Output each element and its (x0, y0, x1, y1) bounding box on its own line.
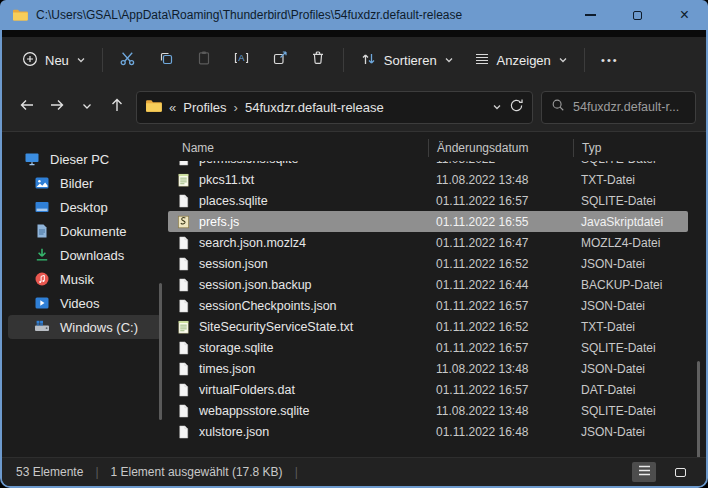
delete-button[interactable] (299, 44, 337, 76)
share-button[interactable] (261, 44, 299, 76)
file-date: 11.08.2022 (428, 161, 573, 166)
file-date: 11.08.2022 13:48 (428, 362, 573, 376)
file-date: 01.11.2022 16:48 (428, 425, 573, 439)
address-bar[interactable]: « Profiles › 54fuxdzr.default-release (136, 91, 533, 124)
file-type: JSON-Datei (573, 299, 688, 313)
view-button[interactable]: Anzeigen (464, 45, 578, 76)
file-row[interactable]: SiteSecurityServiceState.txt01.11.2022 1… (168, 316, 688, 337)
toolbar-divider (584, 48, 585, 72)
file-type: JSON-Datei (573, 257, 688, 271)
sort-button[interactable]: Sortieren (350, 45, 464, 76)
search-input[interactable]: 54fuxdzr.default-r... (573, 100, 679, 114)
maximize-icon (633, 11, 642, 20)
file-row[interactable]: webappsstore.sqlite11.08.2022 13:48SQLIT… (168, 400, 688, 421)
file-type: MOZLZ4-Datei (573, 236, 688, 250)
recent-locations-button[interactable] (72, 92, 102, 122)
file-row[interactable]: session.json.backup01.11.2022 16:44BACKU… (168, 274, 688, 295)
file-name: storage.sqlite (199, 341, 273, 355)
column-headers: Name Änderungsdatum Typ (168, 135, 688, 161)
back-icon (19, 97, 35, 117)
sidebar-item-videos[interactable]: Videos (8, 291, 162, 315)
svg-text:A: A (239, 52, 246, 63)
breadcrumb-collapsed[interactable]: « (169, 100, 176, 115)
maximize-button[interactable] (614, 0, 661, 30)
sidebar-item-desktop[interactable]: Desktop (8, 195, 162, 219)
status-divider: | (295, 465, 298, 479)
window-controls: × (567, 0, 708, 30)
more-icon: ••• (601, 54, 619, 66)
refresh-icon[interactable] (509, 98, 524, 116)
toolbar-divider (102, 48, 103, 72)
search-box[interactable]: 54fuxdzr.default-r... (541, 91, 696, 124)
status-bar: 53 Elemente | 1 Element ausgewählt (17.8… (2, 457, 706, 486)
sidebar-item-drive[interactable]: Windows (C:) (8, 315, 162, 339)
file-date: 01.11.2022 16:47 (428, 236, 573, 250)
file-row[interactable]: places.sqlite01.11.2022 16:57SQLITE-Date… (168, 190, 688, 211)
up-button[interactable] (102, 92, 132, 122)
paste-button[interactable] (185, 44, 223, 76)
file-file-icon (176, 235, 192, 251)
column-header-date[interactable]: Änderungsdatum (428, 139, 573, 157)
close-button[interactable]: × (661, 0, 708, 30)
file-name: search.json.mozlz4 (199, 236, 306, 250)
minimize-button[interactable] (567, 0, 614, 30)
file-type: JSON-Datei (573, 425, 688, 439)
sidebar-scrollbar[interactable] (159, 283, 162, 420)
file-row[interactable]: storage.sqlite01.11.2022 16:57SQLITE-Dat… (168, 337, 688, 358)
sidebar-item-monitor[interactable]: Dieser PC (8, 147, 162, 171)
sidebar-item-label: Dieser PC (50, 152, 109, 167)
column-header-type[interactable]: Typ (573, 139, 688, 157)
more-button[interactable]: ••• (591, 44, 629, 76)
file-name: prefs.js (199, 215, 239, 229)
titlebar[interactable]: C:\Users\GSAL\AppData\Roaming\Thunderbir… (0, 0, 708, 30)
sidebar-item-label: Desktop (60, 200, 108, 215)
breadcrumb-item-profiles[interactable]: Profiles (183, 100, 226, 115)
rename-button[interactable]: A (223, 44, 261, 76)
sidebar-item-pictures[interactable]: Bilder (8, 171, 162, 195)
window-body: Neu A Sortieren Anzeigen ••• (2, 30, 706, 486)
details-view-icon (638, 465, 651, 479)
details-view-button[interactable] (632, 462, 656, 482)
rename-icon: A (233, 50, 250, 70)
column-header-name[interactable]: Name (168, 141, 428, 155)
new-button[interactable]: Neu (12, 45, 96, 76)
file-row-partial[interactable]: permissions.sqlite11.08.2022SQLITE-Datei (168, 161, 688, 169)
address-row: « Profiles › 54fuxdzr.default-release 54… (2, 83, 706, 132)
sidebar-item-music[interactable]: Musik (8, 267, 162, 291)
file-name: SiteSecurityServiceState.txt (199, 320, 353, 334)
breadcrumb-item-profile-folder[interactable]: 54fuxdzr.default-release (245, 100, 384, 115)
file-row[interactable]: virtualFolders.dat01.11.2022 16:57DAT-Da… (168, 379, 688, 400)
cut-icon (119, 50, 136, 71)
file-date: 01.11.2022 16:57 (428, 341, 573, 355)
file-file-icon (176, 277, 192, 293)
file-row[interactable]: session.json01.11.2022 16:52JSON-Datei (168, 253, 688, 274)
large-icons-view-button[interactable] (668, 462, 692, 482)
breadcrumb-separator: › (234, 100, 238, 115)
file-row[interactable]: pkcs11.txt11.08.2022 13:48TXT-Datei (168, 169, 688, 190)
forward-button[interactable] (42, 92, 72, 122)
downloads-icon (34, 247, 50, 263)
sidebar-item-downloads[interactable]: Downloads (8, 243, 162, 267)
forward-icon (49, 97, 65, 117)
file-row[interactable]: times.json11.08.2022 13:48JSON-Datei (168, 358, 688, 379)
copy-button[interactable] (147, 44, 185, 76)
copy-icon (158, 50, 174, 70)
cut-button[interactable] (109, 44, 147, 76)
view-button-label: Anzeigen (497, 53, 551, 68)
file-row[interactable]: sessionCheckpoints.json01.11.2022 16:57J… (168, 295, 688, 316)
file-type: SQLITE-Datei (573, 194, 688, 208)
status-divider: | (95, 465, 98, 479)
file-name: places.sqlite (199, 194, 268, 208)
file-date: 01.11.2022 16:57 (428, 194, 573, 208)
sidebar-item-documents[interactable]: Dokumente (8, 219, 162, 243)
file-date: 01.11.2022 16:44 (428, 278, 573, 292)
file-type: JSON-Datei (573, 362, 688, 376)
address-dropdown-icon[interactable] (492, 100, 502, 115)
back-button[interactable] (12, 92, 42, 122)
file-name: virtualFolders.dat (199, 383, 295, 397)
sidebar-item-label: Videos (60, 296, 100, 311)
file-row[interactable]: search.json.mozlz401.11.2022 16:47MOZLZ4… (168, 232, 688, 253)
file-row[interactable]: xulstore.json01.11.2022 16:48JSON-Datei (168, 421, 688, 442)
file-row[interactable]: prefs.js01.11.2022 16:55JavaSkriptdatei (168, 211, 688, 232)
monitor-icon (24, 151, 40, 167)
